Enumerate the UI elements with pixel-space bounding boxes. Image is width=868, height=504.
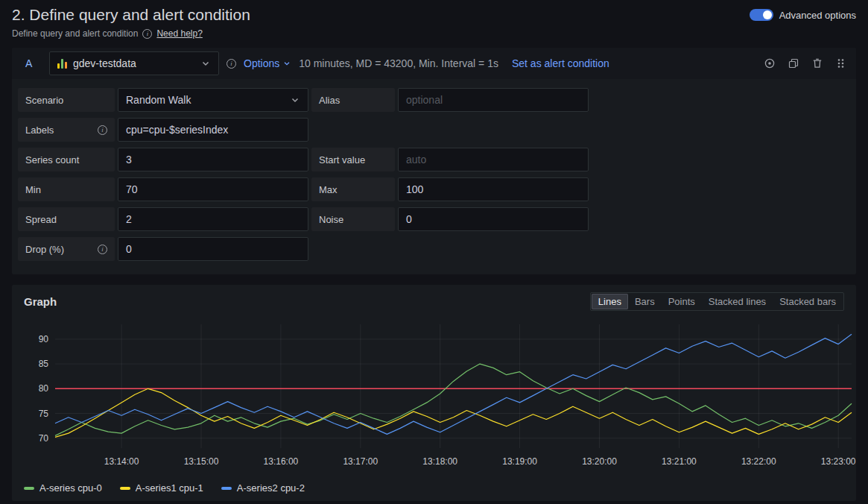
- datasource-picker[interactable]: gdev-testdata: [49, 51, 219, 75]
- graph-canvas[interactable]: 707580859013:14:0013:15:0013:16:0013:17:…: [24, 317, 856, 475]
- svg-text:90: 90: [39, 334, 49, 344]
- set-alert-condition-link[interactable]: Set as alert condition: [512, 57, 609, 69]
- drop-info-icon[interactable]: i: [98, 245, 107, 254]
- chevron-down-icon: [200, 58, 211, 69]
- page-header: 2. Define query and alert condition Adva…: [12, 6, 856, 24]
- svg-text:13:19:00: 13:19:00: [502, 456, 537, 467]
- svg-text:13:17:00: 13:17:00: [343, 456, 378, 467]
- query-editor-header: A gdev-testdata i Options 10 minutes, MD…: [12, 48, 856, 79]
- svg-text:13:23:00: 13:23:00: [821, 456, 856, 467]
- series-count-input[interactable]: [118, 148, 308, 171]
- legend-item[interactable]: A-series1 cpu-1: [120, 482, 203, 494]
- form-row-spread-noise: Spread Noise: [18, 207, 850, 231]
- chevron-down-icon: [282, 59, 291, 68]
- labels-info-icon[interactable]: i: [98, 125, 107, 135]
- svg-text:80: 80: [39, 383, 49, 394]
- spread-input[interactable]: [118, 207, 308, 231]
- page-title: 2. Define query and alert condition: [12, 6, 250, 24]
- page-subtitle: Define query and alert condition: [12, 28, 138, 39]
- query-ref-id[interactable]: A: [25, 57, 42, 69]
- graph-panel: Graph Lines Bars Points Stacked lines St…: [12, 285, 856, 501]
- max-input[interactable]: [398, 177, 589, 201]
- delete-query-icon[interactable]: [811, 57, 823, 69]
- noise-label: Noise: [311, 207, 395, 231]
- advanced-options-toggle[interactable]: [750, 9, 773, 21]
- query-info-icon[interactable]: i: [226, 59, 236, 69]
- graph-mode-stacked-bars[interactable]: Stacked bars: [773, 294, 843, 309]
- need-help-link[interactable]: Need help?: [156, 28, 202, 39]
- query-form: Scenario Random Walk Alias Labels i: [12, 79, 856, 261]
- min-input[interactable]: [118, 177, 308, 201]
- graph-mode-bars[interactable]: Bars: [628, 294, 662, 309]
- form-row-min-max: Min Max: [18, 177, 850, 201]
- graph-header: Graph Lines Bars Points Stacked lines St…: [24, 292, 844, 311]
- alias-label: Alias: [311, 88, 395, 112]
- legend-item[interactable]: A-series cpu-0: [24, 482, 102, 494]
- svg-text:13:15:00: 13:15:00: [184, 456, 219, 467]
- min-label: Min: [18, 177, 115, 201]
- svg-text:13:22:00: 13:22:00: [741, 456, 776, 467]
- drop-label: Drop (%) i: [18, 237, 115, 261]
- max-label: Max: [311, 177, 395, 201]
- scenario-value: Random Walk: [126, 94, 191, 106]
- svg-text:13:21:00: 13:21:00: [662, 456, 697, 467]
- svg-text:13:16:00: 13:16:00: [264, 456, 299, 467]
- advanced-options-control: Advanced options: [750, 9, 856, 21]
- query-actions: [764, 57, 846, 69]
- start-value-input[interactable]: [398, 148, 589, 171]
- graph-mode-points[interactable]: Points: [662, 294, 702, 309]
- form-row-scenario-alias: Scenario Random Walk Alias: [18, 88, 850, 112]
- toggle-knob: [763, 10, 772, 19]
- graph-panel-title: Graph: [24, 295, 57, 308]
- svg-text:13:20:00: 13:20:00: [582, 456, 617, 467]
- options-label: Options: [244, 57, 279, 69]
- form-row-drop: Drop (%) i: [18, 237, 850, 261]
- chevron-down-icon: [290, 95, 300, 105]
- scenario-select[interactable]: Random Walk: [118, 88, 308, 112]
- query-options-toggle[interactable]: Options: [244, 57, 291, 69]
- datasource-icon: [57, 59, 67, 69]
- graph-legend: A-series cpu-0A-series1 cpu-1A-series2 c…: [24, 478, 844, 495]
- datasource-name: gdev-testdata: [73, 57, 136, 69]
- svg-text:13:18:00: 13:18:00: [422, 456, 457, 467]
- spread-label: Spread: [18, 207, 115, 231]
- duplicate-query-icon[interactable]: [788, 57, 799, 69]
- labels-label: Labels i: [18, 118, 115, 142]
- form-row-seriescount-startvalue: Series count Start value: [18, 148, 850, 171]
- legend-swatch: [24, 487, 34, 490]
- svg-text:13:14:00: 13:14:00: [104, 456, 139, 467]
- labels-input[interactable]: [118, 118, 308, 142]
- advanced-options-label: Advanced options: [779, 10, 856, 21]
- graph-mode-group: Lines Bars Points Stacked lines Stacked …: [590, 292, 844, 311]
- series-count-label: Series count: [18, 148, 115, 171]
- legend-swatch: [120, 487, 130, 490]
- legend-label: A-series2 cpu-2: [237, 482, 305, 494]
- alias-input[interactable]: [398, 88, 589, 112]
- drag-handle-icon[interactable]: [835, 57, 846, 69]
- query-editor-panel: A gdev-testdata i Options 10 minutes, MD…: [12, 48, 856, 274]
- form-row-labels: Labels i: [18, 118, 850, 142]
- query-options-summary: 10 minutes, MD = 43200, Min. Interval = …: [299, 57, 498, 69]
- legend-swatch: [221, 487, 232, 490]
- svg-text:85: 85: [39, 359, 49, 369]
- page-subtitle-row: Define query and alert condition i Need …: [12, 28, 856, 39]
- scenario-label: Scenario: [18, 88, 115, 112]
- legend-label: A-series cpu-0: [39, 482, 102, 494]
- drop-input[interactable]: [118, 237, 308, 261]
- alert-define-query-page: 2. Define query and alert condition Adva…: [0, 0, 868, 501]
- start-value-label: Start value: [311, 148, 395, 171]
- legend-label: A-series1 cpu-1: [136, 482, 203, 494]
- disable-query-icon[interactable]: [764, 57, 776, 69]
- subtitle-info-icon[interactable]: i: [142, 29, 152, 39]
- svg-text:70: 70: [39, 433, 49, 444]
- noise-input[interactable]: [398, 207, 589, 231]
- legend-item[interactable]: A-series2 cpu-2: [221, 482, 305, 494]
- svg-text:75: 75: [39, 409, 49, 419]
- graph-mode-stacked-lines[interactable]: Stacked lines: [702, 294, 773, 309]
- graph-mode-lines[interactable]: Lines: [592, 294, 628, 309]
